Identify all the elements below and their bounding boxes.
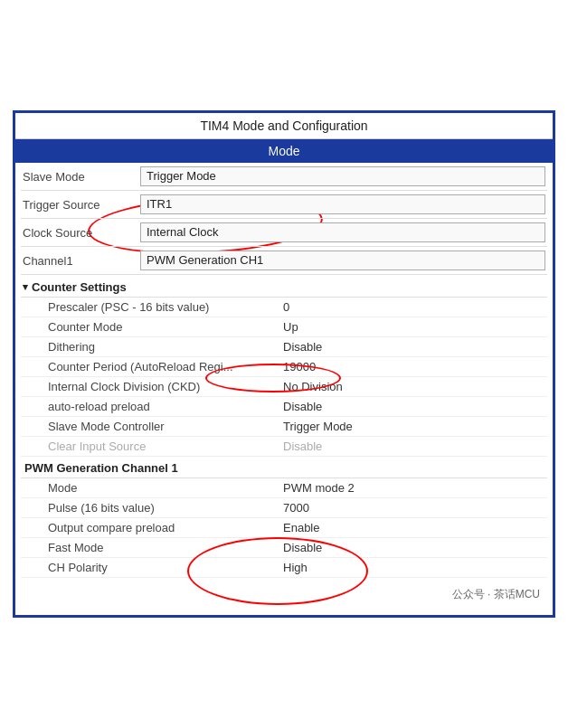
pulse-label: Pulse (16 bits value): [48, 501, 283, 515]
channel1-label: Channel1: [23, 254, 140, 268]
clock-source-row: Clock Source Internal Clock: [21, 219, 547, 247]
trigger-source-value[interactable]: ITR1: [140, 194, 545, 214]
counter-period-label: Counter Period (AutoReload Regi...: [48, 360, 283, 373]
ch-polarity-value: High: [283, 561, 545, 574]
internal-clock-div-value: No Division: [283, 380, 545, 393]
fast-mode-label: Fast Mode: [48, 541, 283, 554]
counter-mode-label: Counter Mode: [48, 320, 283, 334]
auto-reload-value: Disable: [283, 400, 545, 413]
clock-source-value[interactable]: Internal Clock: [140, 222, 545, 242]
slave-mode-controller-row: Slave Mode Controller Trigger Mode: [21, 417, 547, 437]
prescaler-label: Prescaler (PSC - 16 bits value): [48, 300, 283, 314]
channel1-row: Channel1 PWM Generation CH1: [21, 247, 547, 275]
counter-period-row: Counter Period (AutoReload Regi... 19000: [21, 357, 547, 377]
slave-mode-value[interactable]: Trigger Mode: [140, 166, 545, 186]
clock-source-label: Clock Source: [23, 226, 140, 240]
dithering-value: Disable: [283, 340, 545, 354]
dithering-row: Dithering Disable: [21, 337, 547, 357]
auto-reload-row: auto-reload preload Disable: [21, 397, 547, 417]
ch-polarity-label: CH Polarity: [48, 561, 283, 574]
output-compare-preload-row: Output compare preload Enable: [21, 518, 547, 538]
pwm-generation-label: PWM Generation Channel 1: [24, 461, 178, 475]
watermark: 公众号 · 茶话MCU: [21, 578, 547, 606]
pwm-mode-row: Mode PWM mode 2: [21, 478, 547, 498]
prescaler-row: Prescaler (PSC - 16 bits value) 0: [21, 298, 547, 317]
slave-mode-row: Slave Mode Trigger Mode: [21, 163, 547, 191]
counter-settings-label: Counter Settings: [32, 280, 127, 294]
fast-mode-value: Disable: [283, 541, 545, 554]
pulse-value: 7000: [283, 501, 545, 515]
channel1-value[interactable]: PWM Generation CH1: [140, 251, 545, 270]
mode-section-header: Mode: [15, 139, 553, 163]
window-title: TIM4 Mode and Configuration: [15, 113, 553, 139]
fast-mode-row: Fast Mode Disable: [21, 538, 547, 558]
pulse-row: Pulse (16 bits value) 7000: [21, 498, 547, 518]
trigger-source-row: Trigger Source ITR1: [21, 191, 547, 219]
auto-reload-label: auto-reload preload: [48, 400, 283, 413]
main-content: Slave Mode Trigger Mode Trigger Source I…: [15, 163, 553, 615]
counter-period-value: 19000: [283, 360, 545, 373]
pwm-mode-value: PWM mode 2: [283, 481, 545, 495]
clear-input-source-value: Disable: [283, 440, 545, 453]
counter-mode-row: Counter Mode Up: [21, 317, 547, 337]
internal-clock-div-label: Internal Clock Division (CKD): [48, 380, 283, 393]
prescaler-value: 0: [283, 300, 545, 314]
slave-mode-controller-value: Trigger Mode: [283, 420, 545, 433]
clear-input-source-label: Clear Input Source: [48, 440, 283, 453]
dithering-label: Dithering: [48, 340, 283, 354]
pwm-mode-label: Mode: [48, 481, 283, 495]
internal-clock-div-row: Internal Clock Division (CKD) No Divisio…: [21, 377, 547, 397]
counter-mode-value: Up: [283, 320, 545, 334]
slave-mode-controller-label: Slave Mode Controller: [48, 420, 283, 433]
ch-polarity-row: CH Polarity High: [21, 558, 547, 578]
counter-settings-header: ▾ Counter Settings: [21, 275, 547, 298]
slave-mode-label: Slave Mode: [23, 170, 140, 184]
output-compare-preload-value: Enable: [283, 521, 545, 534]
output-compare-preload-label: Output compare preload: [48, 521, 283, 534]
pwm-generation-header: PWM Generation Channel 1: [21, 457, 547, 478]
clear-input-source-row: Clear Input Source Disable: [21, 437, 547, 457]
trigger-source-label: Trigger Source: [23, 198, 140, 212]
counter-settings-arrow: ▾: [23, 281, 28, 293]
